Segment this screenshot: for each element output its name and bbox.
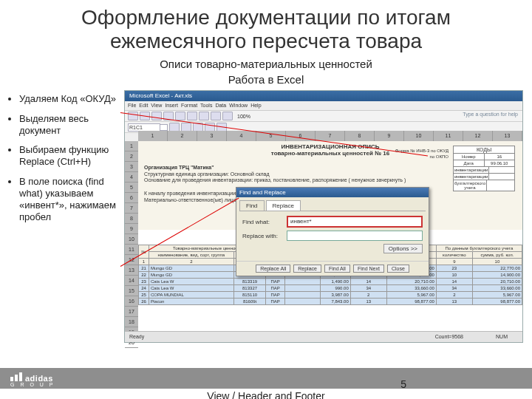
slide-subtitle-2: Работа в Excel — [0, 73, 532, 86]
slide-subtitle-1: Описи товарно-материальных ценностей — [0, 58, 532, 70]
cut-icon[interactable] — [175, 112, 185, 120]
column-headers[interactable]: 12345678910111213 — [138, 131, 522, 141]
slide-title: Оформление документации по итогам ежемес… — [22, 6, 510, 53]
replace-with-label: Replace with: — [242, 233, 287, 239]
menu-item[interactable]: Window — [229, 103, 248, 108]
menu-item[interactable]: Data — [215, 103, 226, 108]
paste-icon[interactable] — [199, 112, 209, 120]
table-row: 23Cats Lea W813319ПАР1,490.001420,710.00… — [139, 279, 522, 285]
table-row: 24Cats Lea W813327ПАР990.003433,660.0034… — [139, 285, 522, 292]
help-search-box[interactable]: Type a question for help — [463, 112, 518, 117]
row-headers[interactable]: 1234567891011121314151617181920 — [125, 141, 138, 332]
menu-item[interactable]: Help — [250, 103, 261, 108]
find-replace-dialog[interactable]: Find and Replace Find Replace Find what:… — [236, 187, 429, 276]
footer-bar — [0, 368, 532, 389]
kody-box: КОДЫ Номер16 Дата99.06.10 инвентаризации… — [453, 146, 515, 191]
excel-menubar[interactable]: FileEditViewInsertFormatToolsDataWindowH… — [125, 101, 522, 111]
tab-find[interactable]: Find — [239, 200, 265, 211]
replace-with-input[interactable] — [287, 231, 423, 241]
bullet-list: Удаляем Код «ОКУД»Выделяем весь документ… — [9, 90, 120, 343]
status-bar: Ready Count=9568 NUM — [125, 331, 522, 342]
bullet-item: Выделяем весь документ — [19, 113, 120, 137]
undo-icon[interactable] — [211, 112, 221, 120]
dialog-button[interactable]: Replace All — [256, 265, 290, 273]
menu-item[interactable]: Tools — [200, 103, 212, 108]
menu-item[interactable]: Edit — [139, 103, 148, 108]
options-button[interactable]: Options >> — [383, 244, 423, 253]
menu-item[interactable]: Insert — [165, 103, 178, 108]
bullet-item: Выбираем функцию Replace (Ctrl+H) — [19, 144, 120, 168]
table-row: 25COPA MUNDIAL815110ПАР3,987.0025,967.00… — [139, 292, 522, 299]
redo-icon[interactable] — [222, 112, 233, 120]
bullet-item: Удаляем Код «ОКУД» — [19, 93, 120, 105]
find-what-label: Find what: — [242, 219, 287, 225]
dialog-button[interactable]: Find All — [324, 265, 350, 273]
find-what-input[interactable]: инвент* — [287, 216, 423, 228]
footer-text: View / Header and Footer — [0, 390, 532, 399]
tab-replace[interactable]: Replace — [266, 200, 301, 211]
dialog-button[interactable]: Find Next — [353, 265, 384, 273]
page-number: 5 — [400, 378, 406, 390]
excel-titlebar: Microsoft Excel - Акт.xls — [125, 91, 522, 101]
excel-screenshot: Microsoft Excel - Акт.xls FileEditViewIn… — [124, 90, 523, 343]
menu-item[interactable]: Format — [181, 103, 197, 108]
menu-item[interactable]: View — [151, 103, 162, 108]
bullet-item: В поле поиска (find what) указываем «инв… — [19, 176, 120, 224]
copy-icon[interactable] — [187, 112, 197, 120]
table-row: 26Piacon81609tПАР7,843.001398,877.001398… — [139, 299, 522, 305]
dialog-button[interactable]: Replace — [293, 265, 321, 273]
dialog-button[interactable]: Close — [387, 265, 409, 273]
adidas-logo: adidas G R O U P — [10, 372, 55, 387]
dialog-title: Find and Replace — [236, 188, 429, 197]
menu-item[interactable]: File — [128, 103, 136, 108]
